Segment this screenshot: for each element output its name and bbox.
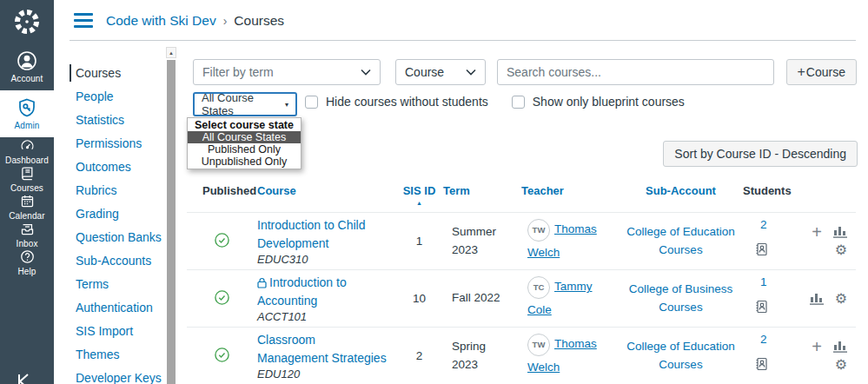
canvas-logo-icon	[12, 7, 42, 36]
table-row: Classroom Management Strategies EDU120 2…	[187, 328, 856, 384]
course-code: EDU120	[257, 367, 395, 381]
sidebar-item-outcomes[interactable]: Outcomes	[70, 158, 166, 175]
add-course-button[interactable]: + Course	[786, 59, 857, 85]
hide-courses-checkbox[interactable]	[305, 96, 318, 109]
statistics-icon[interactable]	[810, 292, 824, 305]
term-cell: Spring 2023	[452, 338, 506, 374]
global-nav-admin[interactable]: Admin	[0, 90, 54, 137]
search-courses-input[interactable]	[507, 65, 765, 79]
dropdown-option-published-only[interactable]: Published Only	[188, 143, 301, 156]
add-user-icon[interactable]: +	[812, 226, 822, 238]
chevron-down-icon	[466, 69, 476, 76]
students-count-link[interactable]: 1	[760, 275, 767, 288]
enrollments-icon[interactable]	[755, 242, 792, 256]
header-sis-id-label: SIS ID	[403, 184, 436, 197]
enrollments-icon[interactable]	[755, 357, 792, 371]
statistics-icon[interactable]	[833, 225, 847, 238]
sub-account-link[interactable]: College of Business Courses	[621, 281, 740, 317]
header-published: Published	[187, 177, 257, 213]
header-term[interactable]: Term	[443, 177, 521, 213]
add-user-icon[interactable]: +	[812, 341, 822, 353]
breadcrumb-separator: ›	[223, 14, 228, 28]
main-content: Filter by term Course + Course All Cours…	[176, 41, 868, 384]
account-avatar-icon	[17, 50, 37, 71]
course-link-label: Introduction to Accounting	[257, 275, 347, 307]
global-nav-account-label: Account	[11, 74, 43, 83]
settings-gear-icon[interactable]: ⚙	[835, 358, 847, 372]
enrollments-icon[interactable]	[755, 300, 792, 314]
sidebar-item-statistics[interactable]: Statistics	[70, 111, 166, 129]
course-link[interactable]: Classroom Management Strategies	[257, 331, 388, 367]
global-nav-account[interactable]: Account	[0, 43, 54, 90]
term-filter-select[interactable]: Filter by term	[193, 59, 381, 85]
sidebar-item-courses[interactable]: Courses	[70, 64, 166, 82]
plus-icon: +	[798, 64, 805, 80]
breadcrumb: Code with Ski Dev › Courses	[106, 13, 284, 29]
term-cell: Fall 2022	[452, 289, 500, 307]
teacher-avatar: TW	[527, 219, 550, 242]
sidebar-item-themes[interactable]: Themes	[70, 346, 166, 363]
dashboard-gauge-icon	[20, 138, 35, 153]
header-course[interactable]: Course	[257, 177, 395, 213]
global-nav-calendar[interactable]: Calendar	[0, 193, 54, 221]
hide-courses-label: Hide courses without students	[326, 95, 488, 109]
settings-gear-icon[interactable]: ⚙	[835, 243, 847, 257]
students-count-link[interactable]: 2	[760, 333, 767, 346]
sidebar-item-sub-accounts[interactable]: Sub-Accounts	[70, 252, 166, 269]
sidebar-scrollbar-thumb[interactable]	[167, 60, 176, 384]
sidebar-item-question-banks[interactable]: Question Banks	[70, 228, 166, 246]
sis-id-cell: 10	[395, 270, 443, 328]
dropdown-option-all-course-states[interactable]: All Course States	[188, 131, 301, 143]
sidebar-scrollbar[interactable]: ▲	[166, 41, 176, 384]
sidebar-item-people[interactable]: People	[70, 88, 166, 105]
sidebar-item-sis-import[interactable]: SIS Import	[70, 322, 166, 340]
teacher-avatar: TW	[527, 334, 550, 356]
global-nav-help-label: Help	[18, 267, 36, 276]
students-count-link[interactable]: 2	[760, 218, 767, 231]
dropdown-option-unpublished-only[interactable]: Unpublished Only	[188, 156, 301, 168]
hamburger-menu-icon[interactable]	[74, 13, 93, 28]
table-header-row: Published Course SIS ID ▲ Term Teacher S…	[187, 177, 856, 213]
sub-account-link[interactable]: College of Education Courses	[621, 338, 740, 374]
header-sub-account[interactable]: Sub-Account	[619, 177, 743, 213]
course-states-dropdown-menu: Select course state All Course States Pu…	[187, 117, 301, 169]
course-link[interactable]: Introduction to Accounting	[257, 274, 388, 309]
sidebar-item-rubrics[interactable]: Rubrics	[70, 182, 166, 199]
scrollbar-up-arrow-icon[interactable]: ▲	[166, 47, 176, 58]
published-check-icon	[215, 290, 229, 305]
admin-shield-icon	[17, 97, 37, 118]
page: Code with Ski Dev › Courses Courses Peop…	[54, 0, 868, 384]
search-type-select[interactable]: Course	[395, 59, 486, 85]
sort-by-course-id-button[interactable]: Sort by Course ID - Descending	[663, 141, 858, 167]
breadcrumb-current-page: Courses	[234, 13, 284, 29]
global-nav-courses[interactable]: Courses	[0, 165, 54, 193]
term-cell: Summer 2023	[452, 223, 506, 259]
collapse-nav-button[interactable]	[14, 372, 33, 384]
sidebar-item-authentication[interactable]: Authentication	[70, 299, 166, 316]
global-nav-dashboard[interactable]: Dashboard	[0, 137, 54, 165]
breadcrumb-account-link[interactable]: Code with Ski Dev	[106, 13, 216, 29]
global-nav-calendar-label: Calendar	[9, 211, 44, 221]
blueprint-only-checkbox[interactable]	[512, 96, 525, 109]
settings-gear-icon[interactable]: ⚙	[835, 292, 847, 306]
sis-id-cell: 2	[395, 328, 443, 384]
select-arrow-icon: ▾	[285, 101, 288, 109]
header-students: Students	[743, 177, 792, 213]
sidebar-item-permissions[interactable]: Permissions	[70, 135, 166, 152]
course-states-select[interactable]: All Course States ▾	[193, 92, 297, 116]
sub-account-link[interactable]: College of Education Courses	[621, 223, 740, 260]
teacher-avatar: TC	[527, 276, 550, 299]
global-nav-help[interactable]: Help	[0, 248, 54, 276]
canvas-logo[interactable]	[0, 0, 54, 43]
dropdown-header: Select course state	[188, 119, 301, 131]
header-sis-id[interactable]: SIS ID ▲	[395, 177, 443, 213]
statistics-icon[interactable]	[833, 340, 847, 353]
course-link[interactable]: Introduction to Child Development	[257, 216, 388, 252]
sidebar-item-grading[interactable]: Grading	[70, 205, 166, 222]
global-nav-inbox[interactable]: Inbox	[0, 221, 54, 248]
course-states-value: All Course States	[202, 91, 285, 117]
header-teacher[interactable]: Teacher	[521, 177, 619, 213]
sidebar-item-developer-keys[interactable]: Developer Keys	[70, 369, 166, 384]
table-row: Introduction to Child Development EDUC31…	[187, 213, 856, 270]
sidebar-item-terms[interactable]: Terms	[70, 275, 166, 293]
